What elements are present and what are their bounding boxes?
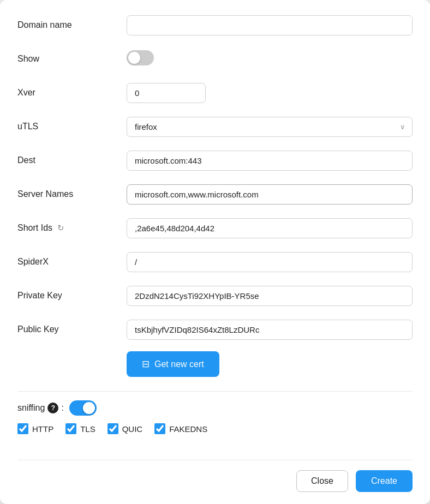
sniffing-label-text: sniffing [17,403,45,413]
divider [17,391,413,392]
http-label: HTTP [32,424,53,434]
server-names-row: Server Names [17,182,413,206]
utls-row: uTLS firefox chrome ios android edge saf… [17,115,413,139]
short-ids-label-text: Short Ids [17,223,52,233]
utls-control: firefox chrome ios android edge safari r… [127,117,413,137]
public-key-input[interactable] [127,320,413,340]
public-key-control [127,320,413,340]
quic-checkbox-item[interactable]: QUIC [108,423,143,434]
get-new-cert-label: Get new cert [154,359,204,369]
sniffing-row: sniffing ? : [17,400,413,416]
fakedns-checkbox-item[interactable]: FAKEDNS [154,423,207,434]
dest-input[interactable] [127,151,413,171]
fakedns-checkbox[interactable] [154,423,165,434]
domain-name-row: Domain name [17,13,413,37]
fakedns-label: FAKEDNS [169,424,207,434]
show-control [127,50,413,68]
short-ids-label: Short Ids ↻ [17,223,127,233]
short-ids-input[interactable] [127,218,413,238]
public-key-label: Public Key [17,325,127,334]
sniffing-toggle[interactable] [69,400,97,416]
get-new-cert-button[interactable]: ⊟ Get new cert [127,351,219,377]
domain-name-input[interactable] [127,15,413,35]
xver-label: Xver [17,88,127,98]
show-label: Show [17,54,127,64]
utls-label: uTLS [17,122,127,131]
private-key-label: Private Key [17,291,127,301]
utls-select[interactable]: firefox chrome ios android edge safari r… [127,117,413,137]
sniffing-slider [69,400,97,416]
server-names-input[interactable] [127,184,413,205]
tls-checkbox[interactable] [65,423,76,434]
quic-label: QUIC [122,424,143,434]
tls-label: TLS [80,424,95,434]
sniffing-colon: : [61,403,63,413]
dest-label: Dest [17,155,127,165]
create-button[interactable]: Create [356,470,413,492]
http-checkbox[interactable] [17,423,28,434]
cert-btn-row: ⊟ Get new cert [17,351,413,387]
spiderx-label: SpiderX [17,257,127,267]
http-checkbox-item[interactable]: HTTP [17,423,53,434]
server-names-control [127,184,413,205]
form-area: Domain name Show Xver uTLS [17,13,413,460]
show-slider [127,50,154,65]
short-ids-row: Short Ids ↻ [17,216,413,240]
xver-input[interactable] [127,83,206,103]
short-ids-control [127,218,413,238]
show-row: Show [17,47,413,71]
dialog: Domain name Show Xver uTLS [0,0,430,504]
private-key-row: Private Key [17,284,413,308]
spiderx-input[interactable] [127,252,413,272]
xver-control [127,83,413,103]
domain-name-control [127,15,413,35]
spiderx-control [127,252,413,272]
private-key-control [127,286,413,306]
private-key-input[interactable] [127,286,413,306]
spiderx-row: SpiderX [17,250,413,274]
domain-name-label: Domain name [17,20,127,30]
server-names-label: Server Names [17,189,127,199]
cert-icon: ⊟ [142,358,150,370]
close-button[interactable]: Close [296,470,348,492]
public-key-row: Public Key [17,317,413,341]
dest-control [127,151,413,171]
xver-row: Xver [17,81,413,105]
checkboxes-row: HTTP TLS QUIC FAKEDNS [17,423,413,434]
tls-checkbox-item[interactable]: TLS [65,423,95,434]
utls-select-wrapper: firefox chrome ios android edge safari r… [127,117,413,137]
quic-checkbox[interactable] [108,423,118,434]
show-toggle[interactable] [127,50,154,65]
sniffing-label: sniffing ? : [17,403,64,413]
dialog-footer: Close Create [17,460,413,504]
dest-row: Dest [17,148,413,172]
help-icon: ? [47,403,58,413]
refresh-icon[interactable]: ↻ [57,223,64,233]
